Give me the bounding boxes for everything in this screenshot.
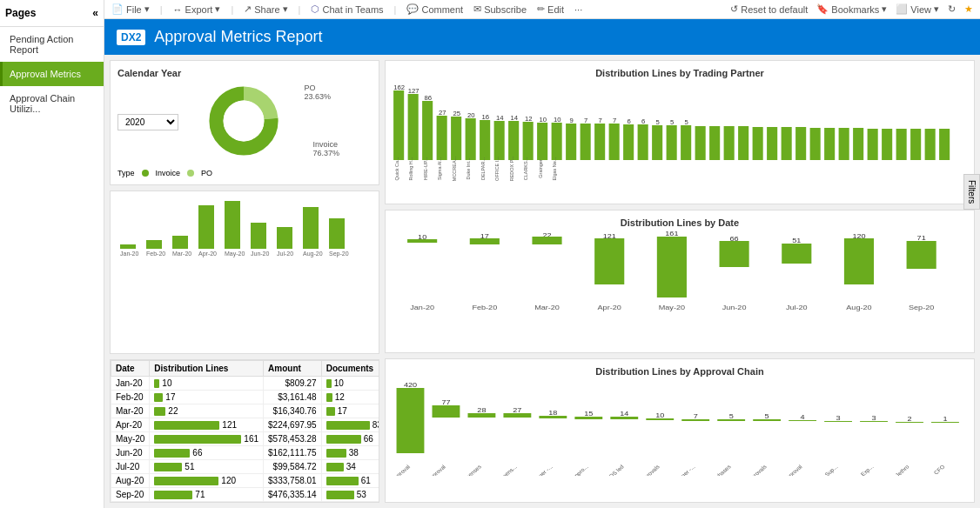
svg-rect-4: [146, 240, 162, 249]
table-row: Aug-20 120 $333,758.01 61: [111, 474, 380, 488]
svg-text:2: 2: [907, 415, 911, 423]
svg-point-2: [224, 101, 265, 142]
date-cell: Jun-20: [111, 446, 150, 460]
svg-text:General Expens...: General Expens...: [480, 464, 519, 476]
svg-text:Mar-20: Mar-20: [534, 303, 560, 311]
svg-text:Duke Int...: Duke Int...: [466, 157, 471, 179]
sidebar-item-pending[interactable]: Pending Action Report: [0, 27, 104, 62]
file-menu[interactable]: 📄 File ▾: [111, 3, 150, 15]
table-row: Sep-20 71 $476,335.14 53: [111, 488, 380, 502]
more-button[interactable]: ···: [574, 4, 582, 15]
table-row: Jan-20 10 $809.27 10: [111, 377, 380, 391]
svg-rect-9: [277, 227, 292, 249]
year-select[interactable]: 2020: [117, 114, 178, 130]
documents-cell: 34: [321, 460, 379, 474]
svg-text:71: 71: [917, 233, 926, 241]
svg-text:77: 77: [441, 398, 450, 406]
sidebar-item-chain[interactable]: Approval Chain Utilizi...: [0, 86, 104, 121]
svg-text:51: 51: [792, 236, 801, 244]
table-row: Mar-20 22 $16,340.76 17: [111, 404, 380, 418]
view-icon: ⬜: [896, 3, 908, 15]
svg-rect-66: [738, 126, 748, 160]
svg-text:86: 86: [424, 94, 432, 102]
date-cell: Aug-20: [111, 474, 150, 488]
svg-text:Sigma Al...: Sigma Al...: [437, 157, 442, 181]
chat-teams-button[interactable]: ⬡ Chat in Teams: [311, 3, 383, 15]
donut-section: Calendar Year 2020: [110, 60, 379, 185]
svg-rect-47: [466, 118, 476, 160]
sidebar-item-approval[interactable]: Approval Metrics: [0, 62, 104, 86]
date-cell: Feb-20: [111, 391, 150, 404]
bookmarks-menu[interactable]: 🔖 Bookmarks ▾: [816, 3, 887, 15]
small-bar-chart: Jan-20 Feb-20 Mar-20 Apr-20 May-20 Jun-2…: [110, 190, 379, 354]
svg-rect-108: [782, 244, 811, 264]
svg-rect-71: [810, 128, 821, 160]
svg-rect-136: [397, 388, 425, 453]
po-legend-dot: [187, 170, 194, 177]
svg-rect-102: [407, 239, 437, 243]
left-panel: Calendar Year 2020: [110, 60, 379, 503]
comment-button[interactable]: 💬 Comment: [406, 3, 463, 15]
lines-cell: 51: [150, 460, 264, 474]
svg-text:4: 4: [801, 413, 805, 421]
collapse-icon[interactable]: «: [92, 7, 98, 19]
svg-rect-138: [467, 413, 495, 418]
svg-rect-61: [667, 125, 677, 160]
share-menu[interactable]: ↗ Share ▾: [244, 3, 287, 15]
table-row: Apr-20 121 $224,697.95 83: [111, 418, 380, 432]
share-label: Share: [254, 4, 279, 15]
report-logo: DX2: [117, 30, 145, 45]
svg-text:Jul-20: Jul-20: [277, 251, 293, 257]
svg-text:Case Manager -...: Case Manager -...: [515, 464, 554, 476]
export-menu[interactable]: ↔ Export ▾: [173, 3, 221, 15]
amount-cell: $224,697.95: [264, 418, 322, 432]
date-cell: Jan-20: [111, 377, 150, 391]
report-header: DX2 Approval Metrics Report: [104, 19, 980, 55]
favorite-button[interactable]: ★: [964, 3, 973, 15]
edit-button[interactable]: ✏ Edit: [537, 3, 564, 15]
svg-rect-144: [681, 419, 709, 421]
lines-cell: 120: [150, 474, 264, 488]
comment-label: Comment: [421, 4, 463, 15]
svg-rect-58: [623, 124, 634, 160]
svg-text:Jun-20: Jun-20: [251, 251, 270, 257]
refresh-button[interactable]: ↻: [948, 3, 956, 15]
approval-chain-chart: 420 77 28 27 18 15 14 10 7 5 5 4 3 3: [393, 380, 967, 495]
svg-text:5: 5: [685, 118, 688, 126]
svg-text:Jan-20: Jan-20: [410, 303, 434, 311]
filters-tab[interactable]: Filters: [963, 174, 980, 210]
data-table-section: Date Distribution Lines Amount Documents…: [110, 359, 379, 503]
file-icon: 📄: [111, 3, 124, 15]
svg-rect-53: [552, 123, 562, 160]
svg-text:Rolling H...: Rolling H...: [408, 157, 413, 180]
svg-rect-74: [853, 128, 863, 160]
approval-chain-title: Distribution Lines by Approval Chain: [393, 366, 967, 377]
svg-text:14: 14: [620, 410, 628, 418]
reset-default-button[interactable]: ↺ Reset to default: [730, 3, 808, 15]
subscribe-button[interactable]: ✉ Subscribe: [473, 3, 527, 15]
svg-rect-103: [470, 238, 500, 244]
export-label: Export: [185, 4, 213, 15]
content-area: Calendar Year 2020: [104, 55, 980, 508]
amount-cell: $162,111.75: [264, 446, 322, 460]
svg-rect-57: [609, 124, 620, 160]
svg-rect-5: [172, 236, 188, 249]
svg-rect-107: [720, 241, 749, 267]
svg-rect-106: [657, 237, 687, 297]
svg-rect-60: [652, 125, 662, 160]
svg-rect-8: [251, 223, 266, 249]
svg-text:7: 7: [694, 412, 698, 420]
svg-text:DELPAR...: DELPAR...: [480, 157, 485, 180]
trading-partner-title: Distribution Lines by Trading Partner: [393, 68, 967, 78]
svg-text:Sep-20: Sep-20: [909, 303, 935, 311]
svg-text:Jun-20: Jun-20: [722, 303, 747, 311]
view-menu[interactable]: ⬜ View ▾: [896, 3, 939, 15]
trading-partner-svg: max=162, scale=90/162=0.556 162 127 86 2…: [393, 82, 967, 186]
by-date-svg: 10 17 22 121 161 66 51 120 71: [393, 231, 967, 318]
svg-text:27: 27: [439, 109, 446, 117]
svg-text:HIRE-UP...: HIRE-UP...: [422, 157, 427, 180]
date-cell: May-20: [111, 432, 150, 446]
svg-text:7: 7: [599, 117, 602, 124]
svg-rect-142: [610, 417, 638, 419]
svg-text:May-20: May-20: [659, 303, 686, 311]
